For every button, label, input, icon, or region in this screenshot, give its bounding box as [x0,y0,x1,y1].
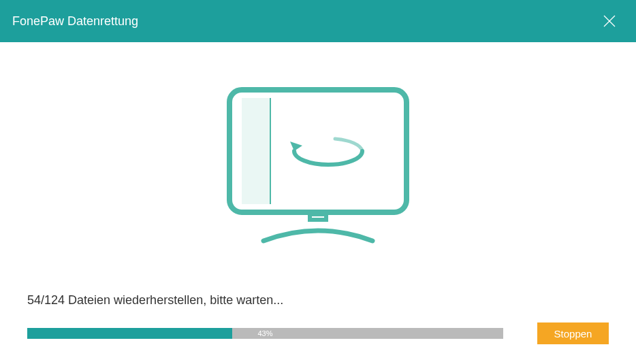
app-title: FonePaw Datenrettung [12,14,138,29]
monitor-illustration [223,83,413,249]
main-content: 54/124 Dateien wiederherstellen, bitte w… [0,42,636,344]
svg-rect-5 [310,214,326,220]
svg-rect-3 [242,98,270,204]
status-text: 54/124 Dateien wiederherstellen, bitte w… [27,293,609,308]
progress-fill [27,328,232,339]
stop-button[interactable]: Stoppen [537,322,609,344]
bottom-row: 43% Stoppen [27,322,609,344]
close-icon [603,14,616,28]
titlebar: FonePaw Datenrettung [0,0,636,42]
progress-percent-label: 43% [257,329,272,337]
status-section: 54/124 Dateien wiederherstellen, bitte w… [27,293,609,344]
close-button[interactable] [599,11,620,31]
progress-bar: 43% [27,328,503,339]
